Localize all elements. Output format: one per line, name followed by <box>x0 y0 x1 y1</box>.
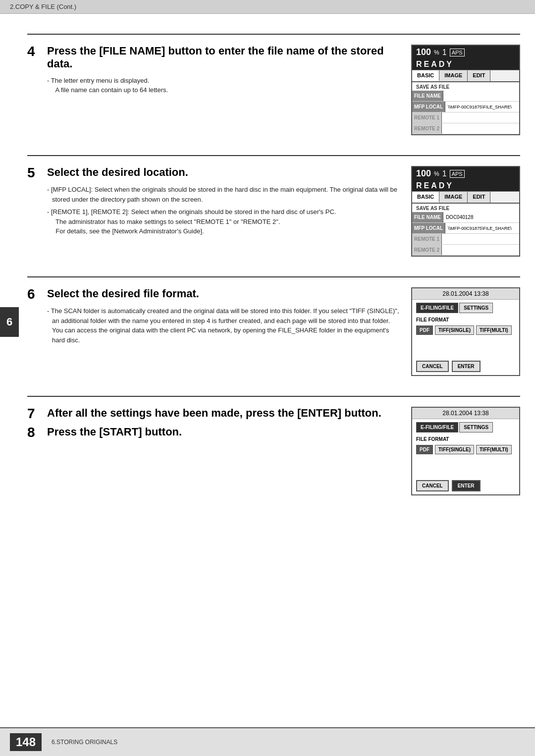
screen-row-filename-5: FILE NAME DOC040128 <box>412 212 519 223</box>
bottom-btns-6: CANCEL ENTER <box>412 357 519 375</box>
step4-text: 4 Press the [FILE NAME] button to enter … <box>27 45 401 98</box>
label-remote1-5: REMOTE 1 <box>412 234 442 244</box>
efiling-tabs-78: E-FILING/FILE SETTINGS <box>416 422 515 432</box>
step5-bullet-2: - [REMOTE 1], [REMOTE 2]: Select when th… <box>47 207 401 236</box>
value-filename-4 <box>443 91 519 101</box>
cancel-btn-6[interactable]: CANCEL <box>416 361 449 372</box>
top-bar-label: 2.COPY & FILE (Cont.) <box>10 3 76 10</box>
bottom-bar: 148 6.STORING ORIGINALS <box>0 727 535 756</box>
step5-header: 5 Select the desired location. <box>27 166 401 180</box>
step6-text: 6 Select the desired file format. - The … <box>27 287 401 348</box>
enter-btn-6[interactable]: ENTER <box>452 361 481 372</box>
save-as-file-label-5: SAVE AS FILE <box>412 204 519 212</box>
divider-step4 <box>27 34 520 35</box>
status-percent-5: 100 <box>416 168 431 179</box>
screen-mockup-4: 100 % 1 APS READY BASIC IMAGE EDIT SAVE … <box>411 45 520 135</box>
format-tiff-multi-6[interactable]: TIFF(MULTI) <box>476 325 512 335</box>
ready-bar-5: READY <box>412 180 519 192</box>
tab-image-5[interactable]: IMAGE <box>439 192 468 203</box>
step5-bullet-1: - [MFP LOCAL]: Select when the originals… <box>47 185 401 204</box>
bottom-btns-78: CANCEL ENTER <box>412 476 519 494</box>
value-remote2-4 <box>442 123 519 134</box>
status-aps-5: APS <box>450 170 465 178</box>
efiling-tabs-6: E-FILING/FILE SETTINGS <box>416 303 515 313</box>
step6-section: 6 Select the desired file format. - The … <box>27 287 520 376</box>
value-filename-5: DOC040128 <box>443 212 519 222</box>
step6-number: 6 <box>27 287 42 301</box>
label-filename-4: FILE NAME <box>412 91 443 101</box>
datetime-78: 28.01.2004 13:38 <box>412 408 519 419</box>
step8-number: 8 <box>27 426 42 439</box>
step7-number: 7 <box>27 407 42 421</box>
status-aps-4: APS <box>450 49 465 56</box>
tab-basic-4[interactable]: BASIC <box>412 70 439 81</box>
step8-sub: 8 Press the [START] button. <box>27 426 401 439</box>
screen-tabs-4: BASIC IMAGE EDIT <box>412 70 519 82</box>
status-num-4: 1 <box>442 48 447 57</box>
divider-step6 <box>27 276 520 277</box>
main-content: 4 Press the [FILE NAME] button to enter … <box>0 14 535 525</box>
step4-section: 4 Press the [FILE NAME] button to enter … <box>27 45 520 135</box>
file-format-label-78: FILE FORMAT <box>412 434 519 443</box>
tab-settings-78[interactable]: SETTINGS <box>459 422 493 432</box>
footer-label: 6.STORING ORIGINALS <box>52 739 117 746</box>
status-bar-5: 100 % 1 APS <box>412 167 519 180</box>
screen-mockup-5: 100 % 1 APS READY BASIC IMAGE EDIT SAVE … <box>411 166 520 257</box>
format-tiff-single-6[interactable]: TIFF(SINGLE) <box>435 325 474 335</box>
file-format-label-6: FILE FORMAT <box>412 315 519 324</box>
status-symbol-5: % <box>434 170 439 177</box>
tab-image-4[interactable]: IMAGE <box>439 70 468 81</box>
step7-title: After all the settings have been made, p… <box>47 407 381 420</box>
step5-body: - [MFP LOCAL]: Select when the originals… <box>47 185 401 236</box>
step6-header: 6 Select the desired file format. <box>27 287 401 301</box>
tab-edit-5[interactable]: EDIT <box>468 192 490 203</box>
value-remote1-4 <box>442 112 519 123</box>
top-bar: 2.COPY & FILE (Cont.) <box>0 0 535 14</box>
step5-number: 5 <box>27 166 42 180</box>
step8-title: Press the [START] button. <box>47 426 182 438</box>
status-percent-4: 100 <box>416 47 431 57</box>
file-format-btns-78: PDF TIFF(SINGLE) TIFF(MULTI) <box>412 443 519 456</box>
step4-header: 4 Press the [FILE NAME] button to enter … <box>27 45 401 71</box>
divider-step7 <box>27 396 520 397</box>
tab-settings-6[interactable]: SETTINGS <box>459 303 493 313</box>
step4-title: Press the [FILE NAME] button to enter th… <box>47 45 401 71</box>
format-pdf-78[interactable]: PDF <box>416 445 433 454</box>
format-tiff-multi-78[interactable]: TIFF(MULTI) <box>476 445 512 454</box>
screen-tabs-5: BASIC IMAGE EDIT <box>412 192 519 204</box>
screen-mockup-6: 28.01.2004 13:38 E-FILING/FILE SETTINGS … <box>411 287 520 376</box>
screen-row-mfplocal-5: MFP LOCAL \\MFP-00C91875\FILE_SHARE\ <box>412 223 519 234</box>
label-remote1-4: REMOTE 1 <box>412 112 442 123</box>
divider-step5 <box>27 155 520 156</box>
step6-body: - The SCAN folder is automatically creat… <box>47 306 401 345</box>
screen-row-remote2-5: REMOTE 2 <box>412 245 519 256</box>
step5-title: Select the desired location. <box>47 166 188 179</box>
value-mfplocal-5: \\MFP-00C91875\FILE_SHARE\ <box>445 223 519 233</box>
step78-section: 7 After all the settings have been made,… <box>27 407 520 495</box>
screen-mockup-78: 28.01.2004 13:38 E-FILING/FILE SETTINGS … <box>411 407 520 495</box>
step4-bullet-1: - The letter entry menu is displayed. A … <box>47 76 401 95</box>
screen-row-filename-4: FILE NAME <box>412 91 519 102</box>
status-symbol-4: % <box>434 49 439 56</box>
tab-edit-4[interactable]: EDIT <box>468 70 490 81</box>
enter-btn-78[interactable]: ENTER <box>452 480 481 491</box>
step4-number: 4 <box>27 45 42 58</box>
tab-basic-5[interactable]: BASIC <box>412 192 439 203</box>
step4-body: - The letter entry menu is displayed. A … <box>47 76 401 95</box>
tab-efiling-78[interactable]: E-FILING/FILE <box>416 422 458 432</box>
step6-bullet-1: - The SCAN folder is automatically creat… <box>47 306 401 345</box>
value-mfplocal-4: \\MFP-00C91875\FILE_SHARE\ <box>445 102 519 112</box>
step6-title: Select the desired file format. <box>47 287 199 300</box>
format-pdf-6[interactable]: PDF <box>416 325 433 335</box>
step5-section: 5 Select the desired location. - [MFP LO… <box>27 166 520 257</box>
tab-efiling-6[interactable]: E-FILING/FILE <box>416 303 458 313</box>
side-chapter-tab: 6 <box>0 307 19 337</box>
screen-row-remote2-4: REMOTE 2 <box>412 123 519 134</box>
status-bar-4: 100 % 1 APS <box>412 46 519 59</box>
format-tiff-single-78[interactable]: TIFF(SINGLE) <box>435 445 474 454</box>
label-remote2-4: REMOTE 2 <box>412 123 442 134</box>
cancel-btn-78[interactable]: CANCEL <box>416 480 449 491</box>
value-remote2-5 <box>442 245 519 255</box>
label-mfplocal-5: MFP LOCAL <box>412 223 445 233</box>
screen-row-remote1-4: REMOTE 1 <box>412 112 519 123</box>
